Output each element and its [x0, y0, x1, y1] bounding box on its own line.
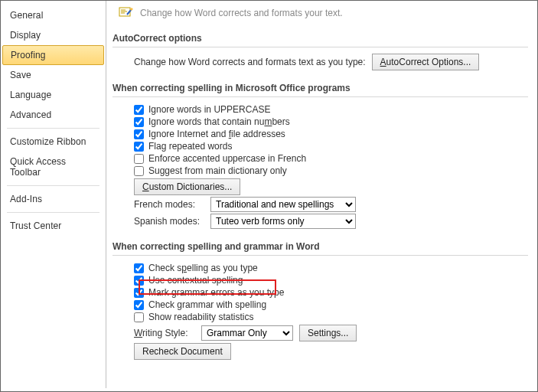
chk-main-dictionary[interactable]: Suggest from main dictionary only — [134, 165, 528, 177]
chk-check-grammar-with-spelling[interactable]: Check grammar with spelling — [134, 299, 528, 311]
chk-readability-stats[interactable]: Show readability statistics — [134, 311, 528, 323]
autocorrect-options-button[interactable]: AutoCorrect Options... — [372, 54, 480, 70]
recheck-document-button[interactable]: Recheck Document — [134, 343, 231, 360]
sidebar-item-advanced[interactable]: Advanced — [1, 105, 106, 125]
french-modes-select[interactable]: Traditional and new spellings — [210, 197, 356, 212]
options-main: Change how Word corrects and formats you… — [106, 1, 537, 388]
custom-dictionaries-button[interactable]: Custom Dictionaries... — [134, 178, 240, 195]
chk-mark-grammar[interactable]: Mark grammar errors as you type — [134, 286, 528, 299]
section-word-title: When correcting spelling and grammar in … — [112, 238, 528, 253]
sidebar-item-customize-ribbon[interactable]: Customize Ribbon — [1, 132, 106, 152]
writing-style-label: Writing Style: — [134, 328, 195, 338]
sidebar-divider — [7, 185, 99, 186]
chk-ignore-numbers[interactable]: Ignore words that contain numbers — [134, 116, 528, 128]
sidebar-item-quick-access-toolbar[interactable]: Quick Access Toolbar — [1, 152, 106, 182]
chk-flag-repeated[interactable]: Flag repeated words — [134, 140, 528, 152]
settings-button[interactable]: Settings... — [299, 325, 357, 341]
section-word-body: Check spelling as you type Use contextua… — [112, 262, 528, 360]
sidebar-item-language[interactable]: Language — [1, 85, 106, 105]
chk-ignore-uppercase[interactable]: Ignore words in UPPERCASE — [134, 103, 528, 116]
autocorrect-desc: Change how Word corrects and formats tex… — [134, 57, 366, 67]
chk-check-spelling-as-type[interactable]: Check spelling as you type — [134, 262, 528, 274]
chk-contextual-spelling[interactable]: Use contextual spelling — [134, 274, 528, 286]
options-sidebar: General Display Proofing Save Language A… — [1, 1, 106, 388]
spanish-modes-select[interactable]: Tuteo verb forms only — [210, 214, 356, 229]
chk-french-accented[interactable]: Enforce accented uppercase in French — [134, 152, 528, 165]
sidebar-item-proofing[interactable]: Proofing — [2, 45, 104, 65]
section-office-body: Ignore words in UPPERCASE Ignore words t… — [112, 103, 528, 229]
writing-style-select[interactable]: Grammar Only — [201, 325, 293, 341]
sidebar-divider — [7, 128, 99, 129]
page-hint-row: Change how Word corrects and formats you… — [112, 4, 528, 27]
sidebar-divider — [7, 212, 99, 213]
sidebar-item-add-ins[interactable]: Add-Ins — [1, 189, 106, 209]
sidebar-item-trust-center[interactable]: Trust Center — [1, 216, 106, 236]
section-office-title: When correcting spelling in Microsoft Of… — [112, 80, 528, 95]
page-hint: Change how Word corrects and formats you… — [140, 8, 343, 18]
options-dialog: General Display Proofing Save Language A… — [1, 1, 537, 388]
proofing-icon — [119, 5, 134, 21]
section-autocorrect-body: Change how Word corrects and formats tex… — [112, 54, 528, 70]
spanish-modes-label: Spanish modes: — [134, 216, 204, 227]
sidebar-item-save[interactable]: Save — [1, 65, 106, 85]
sidebar-item-display[interactable]: Display — [1, 25, 106, 45]
chk-ignore-internet[interactable]: Ignore Internet and file addresses — [134, 128, 528, 140]
section-autocorrect-title: AutoCorrect options — [112, 30, 528, 45]
sidebar-item-general[interactable]: General — [1, 5, 106, 25]
french-modes-label: French modes: — [134, 199, 204, 210]
